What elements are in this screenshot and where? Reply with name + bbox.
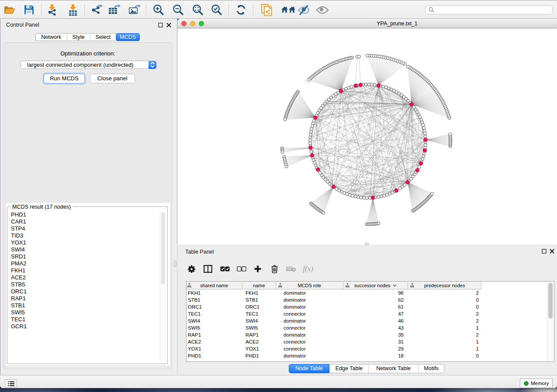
duplicate-network-button[interactable]	[259, 3, 274, 17]
mcds-result-item[interactable]: SWI4	[9, 246, 162, 253]
export-network-button[interactable]	[89, 3, 104, 17]
function-builder-button[interactable]: f(x)	[301, 263, 315, 275]
mcds-result-item[interactable]: STP4	[9, 225, 162, 232]
houses-button[interactable]	[281, 3, 296, 17]
column-header-shared-name[interactable]: shared name	[187, 282, 242, 289]
vertical-splitter-handle[interactable]	[174, 261, 176, 267]
close-panel-icon[interactable]	[166, 23, 171, 28]
zoom-in-button[interactable]	[151, 3, 166, 17]
close-panel-button[interactable]: Close panel	[90, 74, 135, 83]
column-header-label: predecessor nodes	[424, 283, 465, 288]
table-row[interactable]: ORC1ORC1dominator610	[187, 303, 547, 310]
main-toolbar	[0, 1, 557, 19]
toolbar-separator	[146, 4, 146, 16]
table-scrollbar-thumb[interactable]	[548, 283, 553, 319]
column-header-name[interactable]: name	[242, 282, 277, 289]
float-window-icon[interactable]	[158, 23, 163, 28]
mcds-result-item[interactable]: PMA2	[9, 260, 162, 267]
table-cell: TEC1	[187, 310, 242, 317]
table-cell: dominator	[276, 352, 343, 359]
minimize-window-icon[interactable]	[190, 21, 195, 26]
table-row[interactable]: STB1STB1dominator620	[187, 296, 547, 303]
search-box[interactable]	[425, 5, 553, 14]
refresh-button[interactable]	[233, 3, 248, 17]
show-all-button[interactable]	[315, 3, 330, 17]
column-header-successor-nodes[interactable]: successor nodes	[343, 282, 408, 289]
table-row[interactable]: ACE2ACE2connector311	[187, 338, 547, 345]
optimization-criterion-select[interactable]: largest connected component (undirected)	[21, 61, 156, 69]
delete-button[interactable]	[268, 263, 281, 275]
run-mcds-button[interactable]: Run MCDS	[44, 74, 85, 83]
add-button[interactable]	[251, 263, 264, 275]
mcds-result-item[interactable]: ORC1	[9, 288, 162, 295]
zoom-fit-button[interactable]	[190, 3, 205, 17]
tab-edge-table[interactable]: Edge Table	[329, 364, 368, 373]
open-file-button[interactable]	[2, 3, 17, 17]
table-settings-button[interactable]	[185, 263, 198, 275]
import-table-button[interactable]	[66, 3, 80, 17]
table-row[interactable]: RAP1RAP1dominator352	[187, 331, 547, 338]
export-image-button[interactable]	[127, 3, 142, 17]
close-panel-icon[interactable]	[550, 249, 554, 254]
task-history-button[interactable]	[5, 379, 17, 388]
tab-select[interactable]: Select	[90, 33, 116, 41]
table-cell: 96	[343, 289, 408, 296]
search-icon	[429, 7, 434, 13]
mcds-result-list[interactable]: PHD1CAR1STP4TID3YOX1SWI4SRD1PMA2FKH1ACE2…	[9, 211, 162, 330]
mcds-result-item[interactable]: GCR1	[9, 323, 162, 330]
tab-motifs[interactable]: Motifs	[419, 364, 445, 373]
network-canvas[interactable]	[177, 29, 557, 244]
mcds-result-item[interactable]: FKH1	[9, 267, 162, 274]
table-row[interactable]: YOX1YOX1connector291	[187, 345, 547, 352]
column-header-predecessor-nodes[interactable]: predecessor nodes	[408, 282, 481, 289]
table-row[interactable]: TEC1TEC1connector472	[187, 310, 547, 317]
table-cell: connector	[276, 324, 343, 331]
select-all-button[interactable]	[218, 263, 232, 275]
tab-mcds[interactable]: MCDS	[116, 33, 140, 41]
mcds-result-item[interactable]: YOX1	[9, 239, 162, 246]
tab-node-table[interactable]: Node Table	[289, 364, 329, 373]
mcds-result-item[interactable]: PHD1	[9, 211, 162, 218]
mcds-result-item[interactable]: ACE2	[9, 274, 162, 281]
import-network-button[interactable]	[45, 3, 59, 17]
table-row[interactable]: FKH1FKH1dominator962	[187, 289, 547, 296]
search-input[interactable]	[436, 7, 552, 14]
memory-button[interactable]: Memory	[520, 378, 553, 388]
column-header-MCDS-role[interactable]: MCDS role	[276, 282, 343, 289]
table-cell: 0	[408, 303, 481, 310]
maximize-window-icon[interactable]	[199, 21, 204, 26]
export-table-button[interactable]	[107, 3, 121, 17]
table-scrollbar[interactable]	[547, 282, 554, 361]
zoom-selected-button[interactable]	[209, 3, 224, 17]
hide-selected-button[interactable]	[296, 3, 311, 17]
tab-network[interactable]: Network	[35, 33, 67, 41]
mcds-result-item[interactable]: TEC1	[9, 316, 162, 323]
table-row[interactable]: SWI5SWI5connector431	[187, 324, 547, 331]
table-cell: 43	[343, 324, 408, 331]
network-window-titlebar[interactable]: YPA_prune.txt_1	[177, 19, 557, 28]
mcds-list-scrollbar-thumb[interactable]	[161, 212, 165, 284]
save-session-button[interactable]	[21, 3, 36, 17]
show-columns-button[interactable]	[201, 263, 214, 275]
float-window-icon[interactable]	[542, 249, 547, 254]
mcds-result-item[interactable]: STB5	[9, 281, 162, 288]
table-row[interactable]: PHD1PHD1dominator180	[187, 352, 547, 359]
mcds-result-item[interactable]: STB1	[9, 302, 162, 309]
tab-network-table[interactable]: Network Table	[368, 364, 419, 373]
refresh-icon	[235, 4, 247, 16]
mcds-result-item[interactable]: SRD1	[9, 253, 162, 260]
close-window-icon[interactable]	[181, 21, 187, 26]
delete-table-button[interactable]	[284, 263, 298, 275]
horizontal-splitter-handle[interactable]	[365, 243, 369, 245]
mcds-result-item[interactable]: TID3	[9, 232, 162, 239]
mcds-result-item[interactable]: CAR1	[9, 218, 162, 225]
deselect-all-button[interactable]	[235, 263, 248, 275]
mcds-list-scrollbar[interactable]	[160, 211, 166, 364]
column-header-label: name	[253, 283, 265, 288]
tab-style[interactable]: Style	[67, 33, 90, 41]
table-row[interactable]: SWI4SWI4dominator462	[187, 317, 547, 324]
mcds-result-item[interactable]: RAP1	[9, 295, 162, 302]
zoom-out-button[interactable]	[170, 3, 185, 17]
mcds-result-item[interactable]: SWI5	[9, 309, 162, 316]
column-attribute-icon	[346, 283, 349, 288]
